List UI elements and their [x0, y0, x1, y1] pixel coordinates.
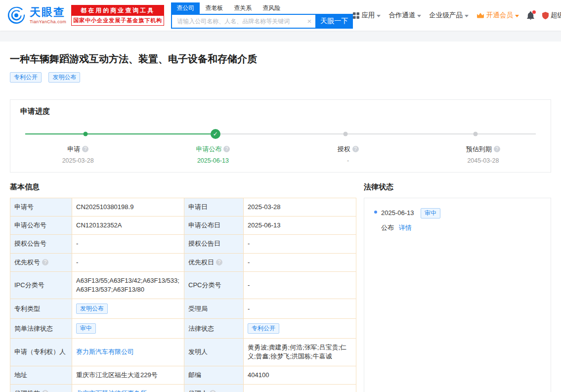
- invention-publish-tag: 发明公布: [48, 72, 80, 83]
- page-title: 一种车辆舞蹈游戏互动方法、装置、电子设备和存储介质: [10, 52, 551, 66]
- info-label: 申请号: [10, 198, 72, 217]
- nav-super-risk-label: 超级风: [551, 11, 561, 20]
- section-title-basic-info: 基本信息: [10, 182, 356, 192]
- logo-text-block: 天眼查 TianYanCha.com: [30, 6, 66, 24]
- simple-legal-status-tag: 审中: [76, 323, 96, 334]
- info-label: 发明人: [184, 339, 244, 366]
- crown-icon: [476, 12, 484, 18]
- help-icon[interactable]: ?: [210, 390, 216, 392]
- section-title-legal-status: 法律状态: [364, 182, 551, 192]
- legal-status-tag: 专利公开: [248, 323, 279, 334]
- info-value: 2025-03-28: [244, 198, 356, 217]
- legal-status-action-line: 公布 详情: [381, 223, 541, 232]
- info-value: -: [72, 235, 184, 253]
- legal-status-card: 2025-06-13 审中 公布 详情: [364, 198, 551, 392]
- nav-apps-label: 应用: [361, 11, 375, 20]
- table-row: 简单法律状态 审中 法律状态 专利公开: [10, 319, 356, 339]
- info-label: 申请公布日: [184, 217, 244, 235]
- help-icon[interactable]: ?: [82, 146, 88, 152]
- step-expiry: 预估到期? 2045-03-28: [416, 145, 551, 164]
- search-input[interactable]: [171, 14, 315, 29]
- search-tabs: 查公司 查老板 查关系 查风险: [171, 2, 353, 14]
- info-label: 优先权日?: [184, 253, 244, 271]
- header-divider-strip: [0, 31, 561, 42]
- info-value: -: [244, 253, 356, 271]
- info-value: A63F13/55;A63F13/42;A63F13/533;A63F13/53…: [72, 271, 184, 299]
- help-icon[interactable]: ?: [42, 390, 48, 392]
- info-value: 北京市万慧达律师事务所: [72, 384, 184, 392]
- notification-bell[interactable]: [527, 11, 534, 20]
- info-value: 赛力斯汽车有限公司: [72, 339, 184, 366]
- info-value: 重庆市江北区福生大道229号: [72, 366, 184, 384]
- table-row: 申请（专利权）人 赛力斯汽车有限公司 发明人 黄勇波;龚建勇;何浩;张军;吕宝贵…: [10, 339, 356, 366]
- tianyancha-logo-icon: [6, 6, 27, 25]
- info-value: 专利公开: [244, 319, 356, 339]
- notification-dot: [532, 10, 536, 14]
- patent-title-block: 一种车辆舞蹈游戏互动方法、装置、电子设备和存储介质 专利公开 发明公布: [10, 42, 551, 83]
- legal-status-column: 法律状态 2025-06-13 审中 公布 详情: [364, 182, 551, 392]
- step-date: 2025-03-28: [10, 157, 145, 164]
- clear-input-icon[interactable]: ×: [307, 17, 311, 25]
- step-date: 2045-03-28: [416, 157, 551, 164]
- basic-info-table: 申请号 CN202510380198.9 申请日 2025-03-28 申请公布…: [10, 198, 356, 392]
- info-label: 申请（专利权）人: [10, 339, 72, 366]
- info-columns: 基本信息 申请号 CN202510380198.9 申请日 2025-03-28…: [10, 182, 551, 392]
- search-button[interactable]: 天眼一下: [315, 14, 353, 29]
- info-value: CN120132352A: [72, 217, 184, 235]
- info-value: -: [72, 253, 184, 271]
- shield-icon: [542, 12, 549, 19]
- table-row: 申请号 CN202510380198.9 申请日 2025-03-28: [10, 198, 356, 217]
- tianyancha-logo[interactable]: 天眼查 TianYanCha.com: [6, 6, 66, 25]
- info-label: 地址: [10, 366, 72, 384]
- info-label: CPC分类号: [184, 271, 244, 299]
- info-value: 黄勇波;龚建勇;何浩;张军;吕宝贵;仁义;曾鑫;徐梦飞;洪国栋;牛嘉诚: [244, 339, 356, 366]
- applicant-link[interactable]: 赛力斯汽车有限公司: [76, 348, 134, 355]
- nav-apps[interactable]: 应用: [353, 11, 381, 20]
- application-progress-card: 申请进度 ✓ 申请? 2025-03-28 申请公布? 2025-06-13 授…: [10, 99, 551, 173]
- legal-status-item: 2025-06-13 审中 公布 详情: [374, 208, 541, 232]
- nav-enterprise[interactable]: 企业级产品: [429, 11, 469, 20]
- top-nav: 应用 合作通道 企业级产品 开通会员 超级风: [353, 11, 561, 20]
- section-title-progress: 申请进度: [10, 107, 551, 116]
- nav-partner[interactable]: 合作通道: [388, 11, 421, 20]
- table-row: 申请公布号 CN120132352A 申请公布日 2025-06-13: [10, 217, 356, 235]
- table-row: 专利类型 发明公布 受理局 -: [10, 299, 356, 319]
- info-label: 代理机构?: [10, 384, 72, 392]
- info-value: 2025-06-13: [244, 217, 356, 235]
- search-tab-company[interactable]: 查公司: [171, 2, 200, 14]
- nav-enterprise-label: 企业级产品: [429, 11, 463, 20]
- legal-status-action: 公布: [381, 224, 394, 231]
- nav-vip-label: 开通会员: [486, 11, 513, 20]
- help-icon[interactable]: ?: [42, 259, 48, 265]
- agency-link[interactable]: 北京市万慧达律师事务所: [76, 390, 147, 392]
- legal-status-detail-link[interactable]: 详情: [399, 224, 412, 231]
- chevron-down-icon: [465, 15, 469, 17]
- help-icon[interactable]: ?: [352, 146, 359, 152]
- help-icon[interactable]: ?: [223, 146, 230, 152]
- info-value: -: [244, 235, 356, 253]
- nav-partner-label: 合作通道: [388, 11, 415, 20]
- table-row: 代理机构? 北京市万慧达律师事务所 代理人? -: [10, 384, 356, 392]
- nav-vip[interactable]: 开通会员: [476, 11, 519, 20]
- nav-super-risk[interactable]: 超级风: [542, 11, 561, 20]
- info-value: CN202510380198.9: [72, 198, 184, 217]
- info-label: 法律状态: [184, 319, 244, 339]
- chevron-down-icon: [377, 15, 381, 17]
- help-icon[interactable]: ?: [494, 146, 500, 152]
- legal-status-tag: 审中: [421, 208, 440, 218]
- info-label: 优先权号?: [10, 253, 72, 271]
- info-label: 授权公告号: [10, 235, 72, 253]
- search-tab-risk[interactable]: 查风险: [257, 2, 286, 14]
- help-icon[interactable]: ?: [216, 259, 222, 265]
- info-value: 发明公布: [72, 299, 184, 319]
- search-tab-boss[interactable]: 查老板: [200, 2, 228, 14]
- info-label: 简单法律状态: [10, 319, 72, 339]
- logo-name: 天眼查: [30, 6, 66, 18]
- slogan-badge: 都在用的商业查询工具 国家中小企业发展子基金旗下机构: [71, 5, 164, 26]
- logo-domain: TianYanCha.com: [30, 19, 66, 24]
- info-label: IPC分类号: [10, 271, 72, 299]
- legal-status-date: 2025-06-13: [381, 209, 414, 217]
- timeline-node-granted: [344, 132, 348, 136]
- search-tab-relation[interactable]: 查关系: [228, 2, 257, 14]
- patent-type-tag: 发明公布: [76, 304, 108, 314]
